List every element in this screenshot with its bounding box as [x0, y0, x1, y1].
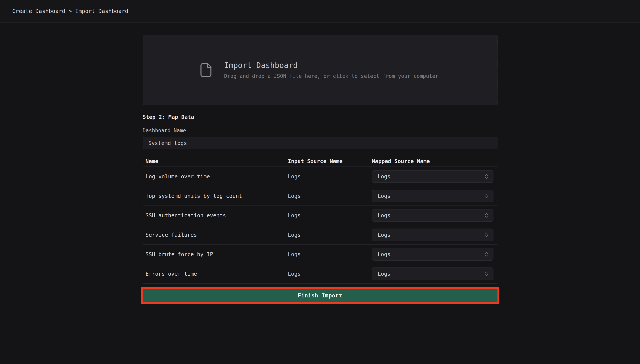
chevrons-up-down-icon [484, 232, 489, 238]
row-input-source: Logs [288, 251, 372, 258]
dropzone-text: Import Dashboard Drag and drop a JSON fi… [224, 61, 442, 79]
select-value: Logs [378, 212, 390, 219]
row-name: Log volume over time [143, 174, 288, 180]
table-row: Errors over time Logs Logs [143, 264, 498, 284]
dropzone-subtitle: Drag and drop a JSON file here, or click… [224, 73, 442, 79]
click-highlight: Finish Import [141, 287, 499, 304]
select-value: Logs [378, 271, 390, 277]
row-input-source: Logs [288, 193, 372, 199]
mapping-table: Name Input Source Name Mapped Source Nam… [143, 156, 498, 284]
row-input-source: Logs [288, 232, 372, 238]
select-value: Logs [378, 232, 390, 238]
mapped-source-select[interactable]: Logs [372, 228, 494, 241]
file-icon [198, 61, 214, 79]
table-row: Service failures Logs Logs [143, 225, 498, 245]
select-value: Logs [378, 193, 390, 199]
chevrons-up-down-icon [484, 271, 489, 276]
row-name: Service failures [143, 232, 288, 238]
table-row: Top systemd units by log count Logs Logs [143, 186, 498, 206]
step-heading: Step 2: Map Data [143, 114, 498, 120]
row-input-source: Logs [288, 212, 372, 219]
finish-import-button[interactable]: Finish Import [143, 289, 498, 302]
row-input-source: Logs [288, 271, 372, 277]
row-name: SSH brute force by IP [143, 251, 288, 258]
chevrons-up-down-icon [484, 174, 489, 179]
topbar: Create Dashboard > Import Dashboard [0, 0, 640, 22]
table-row: SSH brute force by IP Logs Logs [143, 245, 498, 264]
table-row: SSH authentication events Logs Logs [143, 206, 498, 225]
row-input-source: Logs [288, 174, 372, 180]
row-name: Top systemd units by log count [143, 193, 288, 199]
row-name: Errors over time [143, 271, 288, 277]
row-name: SSH authentication events [143, 212, 288, 219]
mapped-source-select[interactable]: Logs [372, 248, 494, 260]
import-wizard: Import Dashboard Drag and drop a JSON fi… [143, 35, 498, 304]
select-value: Logs [378, 174, 390, 180]
chevrons-up-down-icon [484, 252, 489, 257]
mapped-source-select[interactable]: Logs [372, 190, 494, 202]
mapped-source-select[interactable]: Logs [372, 209, 494, 222]
table-header-row: Name Input Source Name Mapped Source Nam… [143, 156, 498, 167]
chevrons-up-down-icon [484, 212, 489, 218]
header-name: Name [143, 158, 288, 164]
header-input-source: Input Source Name [288, 158, 372, 164]
breadcrumb[interactable]: Create Dashboard > Import Dashboard [12, 8, 128, 14]
select-value: Logs [378, 251, 390, 258]
dashboard-name-input[interactable] [143, 137, 498, 150]
dropzone-title: Import Dashboard [224, 61, 442, 70]
header-mapped-source: Mapped Source Name [372, 158, 498, 164]
mapped-source-select[interactable]: Logs [372, 268, 494, 280]
mapped-source-select[interactable]: Logs [372, 170, 494, 183]
table-row: Log volume over time Logs Logs [143, 167, 498, 186]
file-dropzone[interactable]: Import Dashboard Drag and drop a JSON fi… [143, 35, 498, 105]
dashboard-name-label: Dashboard Name [143, 128, 498, 133]
chevrons-up-down-icon [484, 193, 489, 199]
